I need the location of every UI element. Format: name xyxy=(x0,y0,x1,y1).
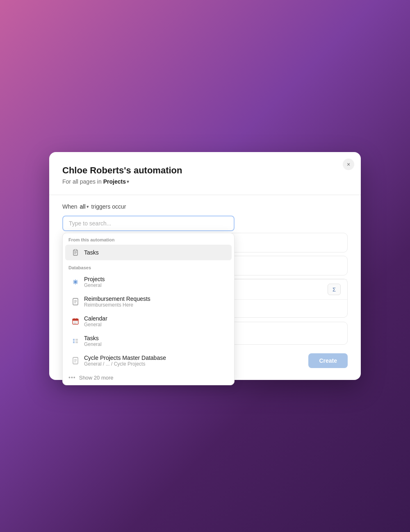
item-name: Cycle Projects Master Database xyxy=(84,355,166,361)
item-name: Tasks xyxy=(84,249,99,256)
modal-title: Chloe Roberts's automation xyxy=(62,165,348,176)
close-icon: × xyxy=(347,161,350,168)
item-name: Reimbursement Requests xyxy=(84,296,150,302)
triggers-suffix: triggers occur xyxy=(91,203,126,210)
databases-label: Databases xyxy=(63,261,234,272)
all-chevron-icon: ▾ xyxy=(87,204,89,209)
chevron-down-icon: ▾ xyxy=(127,179,129,184)
list-item[interactable]: Reimbursement Requests Reimbursements He… xyxy=(65,292,232,311)
when-label: When xyxy=(62,203,77,210)
close-button[interactable]: × xyxy=(343,159,354,170)
cycle-doc-icon xyxy=(71,356,80,365)
item-sub: Reimbursements Here xyxy=(84,302,150,308)
clipboard-icon xyxy=(71,248,80,257)
document-icon xyxy=(71,297,80,306)
item-sub: General xyxy=(84,282,105,288)
list-item[interactable]: Tasks General xyxy=(65,332,232,350)
modal-subtitle: For all pages in Projects ▾ xyxy=(62,178,348,185)
item-text: Calendar General xyxy=(84,315,107,327)
search-input[interactable] xyxy=(62,216,235,231)
item-text: Cycle Projects Master Database General /… xyxy=(84,355,166,367)
create-button[interactable]: Create xyxy=(308,353,348,368)
subtitle-prefix: For all pages in xyxy=(62,178,102,185)
item-sub: General xyxy=(84,322,107,327)
list-item[interactable]: Projects General xyxy=(65,273,232,291)
automation-modal: × Chloe Roberts's automation For all pag… xyxy=(49,152,361,380)
calendar-icon xyxy=(71,317,80,326)
item-name: Calendar xyxy=(84,315,107,322)
projects-link-text: Projects xyxy=(103,178,126,185)
sigma-icon: Σ xyxy=(333,286,336,293)
projects-icon xyxy=(71,277,80,286)
list-item[interactable]: Tasks xyxy=(65,245,232,260)
svg-rect-1 xyxy=(74,250,77,251)
item-text: Projects General xyxy=(84,276,105,288)
svg-rect-14 xyxy=(73,319,78,321)
trigger-row: When all ▾ triggers occur xyxy=(62,203,348,210)
item-name: Projects xyxy=(84,276,105,282)
show-more-label: Show 20 more xyxy=(79,375,114,381)
divider xyxy=(49,195,361,195)
all-text: all xyxy=(80,203,86,210)
item-text: Tasks General xyxy=(84,335,102,347)
dropdown-panel: From this automation Tasks xyxy=(62,233,235,385)
search-dropdown: From this automation Tasks xyxy=(62,216,235,231)
sigma-button[interactable]: Σ xyxy=(328,284,341,295)
checklist-icon xyxy=(71,336,80,346)
item-text: Reimbursement Requests Reimbursements He… xyxy=(84,296,150,308)
show-more-button[interactable]: ••• Show 20 more xyxy=(63,371,234,385)
more-dots-icon: ••• xyxy=(68,374,76,381)
list-item[interactable]: Calendar General xyxy=(65,312,232,331)
item-sub: General xyxy=(84,341,102,347)
item-name: Tasks xyxy=(84,335,102,341)
all-dropdown[interactable]: all ▾ xyxy=(80,203,89,210)
projects-link[interactable]: Projects ▾ xyxy=(103,178,129,185)
item-text: Tasks xyxy=(84,249,99,256)
from-automation-label: From this automation xyxy=(63,233,234,244)
list-item[interactable]: Cycle Projects Master Database General /… xyxy=(65,351,232,370)
item-sub: General / ... / Cycle Projects xyxy=(84,361,166,367)
